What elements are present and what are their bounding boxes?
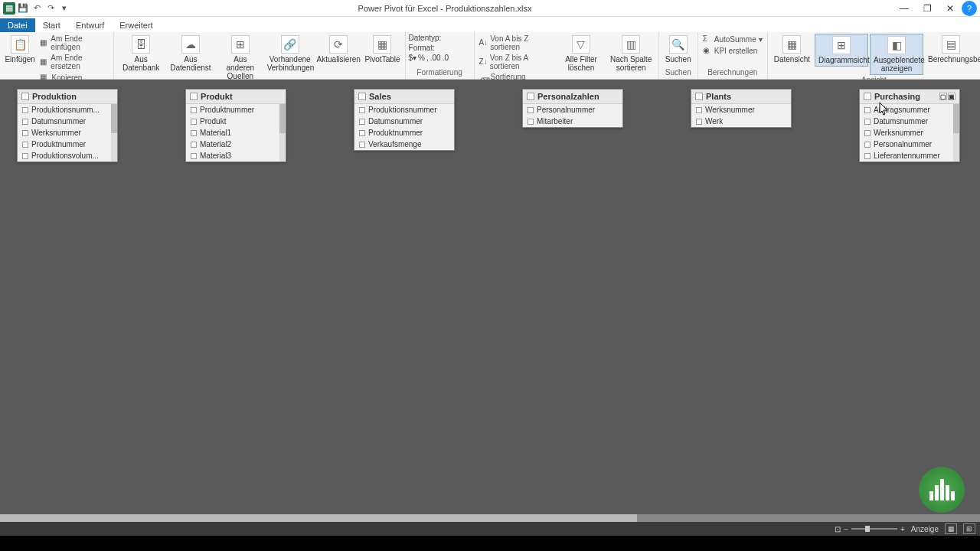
table-personalzahlen[interactable]: PersonalzahlenPersonalnummerMitarbeiter: [522, 89, 623, 128]
sort-za-button[interactable]: Z↓Von Z bis A sortieren: [478, 53, 556, 71]
tab-entwurf[interactable]: Entwurf: [68, 18, 112, 32]
diagram-canvas[interactable]: ⊡ −+ Anzeige ▦ ⊞ ProduktionProduktionsnu…: [0, 80, 980, 536]
autosum-button[interactable]: ΣAutoSumme▾: [701, 34, 764, 44]
zoom-slider[interactable]: ⊡ −+: [835, 525, 905, 533]
table-max-icon[interactable]: ▢: [939, 93, 947, 100]
table-field[interactable]: Verkaufsmenge: [354, 139, 454, 150]
increase-decimal-button[interactable]: .00: [430, 54, 441, 62]
from-other-button[interactable]: ⊞Aus anderen Quellen: [216, 34, 264, 82]
redo-icon[interactable]: ↷: [44, 2, 57, 15]
data-view-button[interactable]: ▦Datensicht: [771, 34, 813, 65]
table-field[interactable]: Werksnummer: [18, 127, 117, 139]
table-field[interactable]: Datumsnummer: [860, 116, 959, 127]
table-sales[interactable]: SalesProduktionsnummerDatumsnummerProduk…: [354, 89, 455, 151]
table-header[interactable]: Sales: [354, 90, 454, 104]
tab-datei[interactable]: Datei: [0, 18, 35, 32]
table-purchasing[interactable]: Purchasing▢▣AuftragsnummerDatumsnummerWe…: [859, 89, 960, 162]
table-field[interactable]: Produktionsnumm...: [18, 104, 117, 116]
table-field[interactable]: Material2: [186, 139, 286, 150]
save-icon[interactable]: 💾: [17, 2, 29, 15]
existing-connections-button[interactable]: 🔗Vorhandene Verbindungen: [266, 34, 314, 73]
database-icon: 🗄: [132, 35, 150, 54]
table-produktion[interactable]: ProduktionProduktionsnumm...Datumsnummer…: [17, 89, 118, 162]
paste-append-button[interactable]: ▦Am Ende einfügen: [38, 34, 109, 52]
fit-icon[interactable]: ⊡: [835, 525, 841, 533]
table-field[interactable]: Lieferantennummer: [860, 150, 959, 161]
other-sources-icon: ⊞: [231, 35, 250, 54]
field-name: Produktionsvolum...: [31, 152, 99, 160]
sort-az-button[interactable]: A↓Von A bis Z sortieren: [478, 34, 556, 52]
table-plants[interactable]: PlantsWerksnummerWerk: [691, 89, 792, 128]
table-field[interactable]: Produktnummer: [18, 139, 117, 150]
table-field[interactable]: Produktnummer: [186, 104, 286, 116]
field-name: Werk: [705, 117, 723, 126]
table-field[interactable]: Werk: [691, 116, 791, 127]
maximize-button[interactable]: ❐: [916, 0, 939, 17]
tab-erweitert[interactable]: Erweitert: [112, 18, 160, 32]
field-icon: [359, 142, 365, 148]
ribbon-group-formatting: Datentyp: Format: $▾ % , .00 .0 Formatie…: [406, 32, 475, 79]
currency-button[interactable]: $▾: [409, 54, 417, 62]
sort-by-column-button[interactable]: ▥Nach Spalte sortieren: [607, 34, 655, 73]
field-icon: [864, 153, 871, 159]
field-icon: [528, 107, 534, 113]
tab-start[interactable]: Start: [35, 18, 68, 32]
table-field[interactable]: Produktnummer: [354, 127, 454, 139]
table-field[interactable]: Mitarbeiter: [523, 116, 622, 127]
table-field[interactable]: Personalnummer: [860, 139, 959, 150]
table-field[interactable]: Werksnummer: [860, 127, 959, 139]
table-field[interactable]: Werksnummer: [691, 104, 791, 116]
table-scrollbar[interactable]: [953, 104, 959, 161]
table-field[interactable]: Material1: [186, 127, 286, 139]
table-field[interactable]: Auftragsnummer: [860, 104, 959, 116]
table-header[interactable]: Produkt: [186, 90, 286, 104]
paste-replace-button[interactable]: ▦Am Ende ersetzen: [38, 53, 109, 71]
view-data-button[interactable]: ▦: [945, 523, 957, 534]
close-button[interactable]: ✕: [939, 0, 962, 17]
help-icon[interactable]: ?: [962, 1, 977, 16]
find-button[interactable]: 🔍Suchen: [662, 34, 694, 65]
refresh-button[interactable]: ⟳Aktualisieren: [315, 34, 361, 65]
table-field[interactable]: Produkt: [186, 116, 286, 127]
decrease-decimal-button[interactable]: .0: [443, 54, 449, 62]
app-icon: ▦: [3, 2, 15, 15]
view-diagram-button[interactable]: ⊞: [963, 523, 975, 534]
minimize-button[interactable]: —: [893, 0, 916, 17]
table-icon: [358, 93, 366, 100]
comma-button[interactable]: ,: [426, 54, 429, 62]
field-icon: [696, 107, 702, 113]
table-header[interactable]: Produktion: [18, 90, 117, 104]
table-icon: [527, 93, 534, 100]
window-title: Power Pivot für Excel - Produktionszahle…: [74, 4, 893, 13]
table-header[interactable]: Personalzahlen: [523, 90, 622, 104]
table-restore-icon[interactable]: ▣: [948, 93, 956, 100]
table-name: Plants: [706, 92, 731, 101]
from-dataservice-button[interactable]: ☁Aus Datendienst: [167, 34, 215, 73]
table-field[interactable]: Produktionsvolum...: [18, 150, 117, 161]
horizontal-scrollbar[interactable]: [0, 514, 980, 522]
table-field[interactable]: Datumsnummer: [354, 116, 454, 127]
create-kpi-button[interactable]: ◉KPI erstellen: [701, 45, 764, 56]
undo-icon[interactable]: ↶: [31, 2, 43, 15]
calc-area-button[interactable]: ▤Berechnungsbereich: [925, 34, 977, 65]
table-field[interactable]: Material3: [186, 150, 286, 161]
table-scrollbar[interactable]: [111, 104, 117, 161]
paste-button[interactable]: 📋 Einfügen: [3, 34, 37, 65]
table-scrollbar[interactable]: [279, 104, 286, 161]
pivottable-button[interactable]: ▦PivotTable: [363, 34, 401, 65]
table-field[interactable]: Personalnummer: [523, 104, 622, 116]
percent-button[interactable]: %: [418, 54, 425, 62]
table-produkt[interactable]: ProduktProduktnummerProduktMaterial1Mate…: [185, 89, 286, 162]
table-field[interactable]: Produktionsnummer: [354, 104, 454, 116]
table-header[interactable]: Purchasing▢▣: [860, 90, 959, 104]
field-name: Produktnummer: [368, 129, 423, 137]
sort-column-icon: ▥: [622, 35, 640, 54]
diagram-view-button[interactable]: ⊞Diagrammsicht: [815, 34, 868, 67]
table-header[interactable]: Plants: [691, 90, 791, 104]
show-hidden-button[interactable]: ◧Ausgeblendete anzeigen: [870, 34, 923, 75]
qat-dropdown-icon[interactable]: ▾: [58, 2, 70, 15]
from-database-button[interactable]: 🗄Aus Datenbank: [117, 34, 165, 73]
clear-filters-button[interactable]: ▽Alle Filter löschen: [557, 34, 605, 73]
table-field[interactable]: Datumsnummer: [18, 116, 117, 127]
field-icon: [864, 130, 871, 136]
